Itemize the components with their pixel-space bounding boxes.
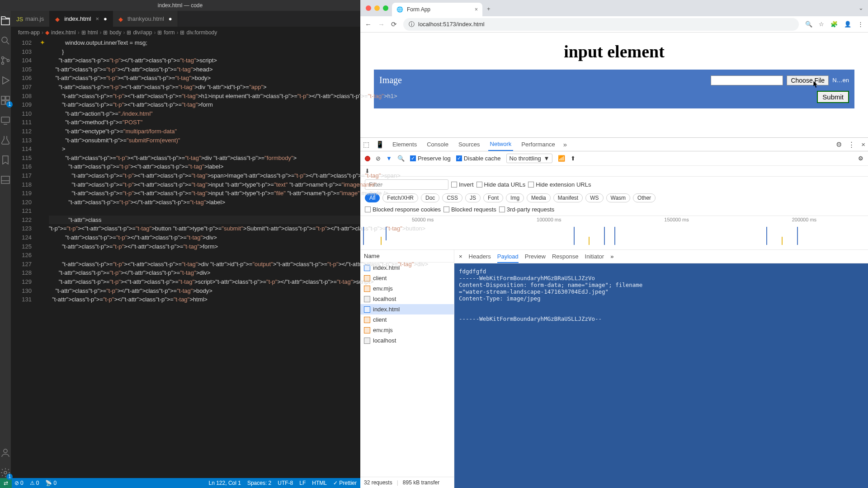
cursor-position[interactable]: Ln 122, Col 1	[209, 480, 241, 486]
extensions-icon[interactable]: 1	[0, 95, 11, 106]
explorer-icon[interactable]	[0, 15, 11, 26]
file-chosen-text: N…en	[832, 77, 849, 84]
search-icon[interactable]	[0, 35, 11, 46]
devtools-close-icon[interactable]: ×	[861, 141, 865, 148]
menu-icon[interactable]: ⋮	[858, 21, 863, 28]
vscode-window: index.html — code 1 1 JSmain.js ◆index.h…	[0, 0, 360, 488]
payload-content[interactable]: fdgdfgfd ------WebKitFormBoundaryhMGzBRa…	[454, 263, 868, 488]
tab-indexhtml[interactable]: ◆index.html×	[50, 11, 113, 27]
blocked-requests-checkbox[interactable]: Blocked requests	[443, 206, 496, 213]
svg-rect-4	[1, 96, 5, 100]
tab-console[interactable]: Console	[425, 138, 450, 150]
svg-rect-8	[1, 117, 9, 122]
address-bar[interactable]: ⓘ localhost:5173/index.html	[403, 18, 799, 31]
remote-icon[interactable]	[0, 115, 11, 126]
language[interactable]: HTML	[312, 480, 327, 486]
devtools-menu-icon[interactable]: ⋮	[848, 141, 855, 149]
close-detail-icon[interactable]: ×	[459, 253, 462, 260]
disable-cache-checkbox[interactable]: ✓Disable cache	[456, 155, 501, 162]
tab-mainjs[interactable]: JSmain.js	[11, 11, 50, 27]
submit-button[interactable]: Submit	[817, 91, 849, 103]
new-tab-button[interactable]: +	[482, 3, 495, 16]
hide-data-urls-checkbox[interactable]: Hide data URLs	[476, 181, 526, 188]
html-file-icon: ◆	[55, 16, 61, 22]
more-tabs-icon[interactable]: »	[563, 141, 567, 148]
close-window-icon[interactable]	[366, 5, 371, 11]
testing-icon[interactable]	[0, 135, 11, 145]
network-settings-icon[interactable]: ⚙	[858, 155, 863, 162]
tab-performance[interactable]: Performance	[519, 138, 557, 150]
code-editor[interactable]: 1021031041051061071081091101111121131141…	[11, 38, 428, 478]
filter-chip-css[interactable]: CSS	[442, 193, 462, 202]
network-toolbar: ⊘ ▼ 🔍 ✓Preserve log ✓Disable cache No th…	[360, 151, 868, 166]
preview-tab[interactable]: Preview	[525, 253, 546, 260]
imagename-input[interactable]	[711, 75, 783, 85]
back-button[interactable]: ←	[365, 20, 372, 28]
url-text: localhost:5173/index.html	[418, 21, 485, 28]
account-icon[interactable]	[0, 447, 11, 458]
tab-network[interactable]: Network	[488, 138, 514, 151]
devtools-tabs: ⬚ 📱 Elements Console Sources Network Per…	[360, 138, 868, 151]
activity-bar: 1 1	[0, 11, 11, 478]
zoom-icon[interactable]: 🔍	[805, 21, 812, 28]
thirdparty-checkbox[interactable]: 3rd-party requests	[499, 206, 555, 213]
form: Image Choose File N…en Submit	[374, 70, 854, 108]
throttling-select[interactable]: No throttling▼	[506, 154, 553, 163]
filter-chip-js[interactable]: JS	[465, 193, 481, 202]
status-bar: ⇄ ⊘ 0 ⚠ 0 📡 0 Ln 122, Col 1 Spaces: 2 UT…	[0, 478, 360, 488]
filter-chip-font[interactable]: Font	[483, 193, 503, 202]
extensions-icon[interactable]: 🧩	[830, 21, 838, 28]
filter-chip-manifest[interactable]: Manifest	[553, 193, 583, 202]
filter-chip-img[interactable]: Img	[506, 193, 524, 202]
encoding[interactable]: UTF-8	[278, 480, 293, 486]
profile-icon[interactable]: 👤	[844, 21, 851, 28]
minimize-window-icon[interactable]	[374, 5, 380, 11]
import-icon[interactable]: ⬆	[571, 155, 576, 162]
browser-tab[interactable]: 🌐 Form App ×	[392, 3, 482, 16]
filter-chip-other[interactable]: Other	[633, 193, 656, 202]
more-tabs-icon[interactable]: »	[610, 253, 613, 260]
settings-icon[interactable]: 1	[0, 467, 11, 478]
filter-chip-wasm[interactable]: Wasm	[606, 193, 631, 202]
tab-sources[interactable]: Sources	[457, 138, 482, 150]
payload-tab[interactable]: Payload	[497, 250, 519, 263]
bookmark-icon[interactable]: ☆	[819, 21, 824, 28]
forward-button[interactable]: →	[378, 20, 385, 28]
site-info-icon[interactable]: ⓘ	[409, 20, 415, 28]
reload-button[interactable]: ⟳	[391, 20, 397, 28]
network-timeline[interactable]: 50000 ms 100000 ms 150000 ms 200000 ms	[360, 216, 868, 250]
headers-tab[interactable]: Headers	[469, 253, 491, 260]
scm-icon[interactable]	[0, 55, 11, 66]
filter-chip-media[interactable]: Media	[527, 193, 551, 202]
response-tab[interactable]: Response	[552, 253, 579, 260]
devtools-settings-icon[interactable]: ⚙	[836, 141, 842, 149]
filter-chip-ws[interactable]: WS	[585, 193, 603, 202]
svg-rect-5	[6, 96, 9, 100]
warnings-count[interactable]: ⚠ 0	[30, 480, 39, 486]
errors-count[interactable]: ⊘ 0	[14, 480, 24, 486]
svg-rect-9	[1, 176, 9, 183]
ports-count[interactable]: 📡 0	[45, 480, 57, 486]
maximize-window-icon[interactable]	[383, 5, 388, 11]
close-tab-icon[interactable]: ×	[95, 15, 99, 22]
page-favicon: 🌐	[396, 6, 403, 13]
window-chevron-icon[interactable]: ⌄	[854, 3, 868, 16]
eol[interactable]: LF	[299, 480, 306, 486]
network-conditions-icon[interactable]: 📶	[558, 155, 565, 162]
js-file-icon: JS	[16, 16, 23, 22]
initiator-tab[interactable]: Initiator	[585, 253, 604, 260]
devtools: ⬚ 📱 Elements Console Sources Network Per…	[360, 137, 868, 488]
page-content: input element Image Choose File N…en Sub…	[360, 33, 868, 137]
svg-point-11	[4, 471, 7, 474]
invert-checkbox[interactable]: Invert	[451, 181, 474, 188]
formatter[interactable]: ✓ Prettier	[333, 480, 357, 486]
tab-thankyou[interactable]: ◆thankyou.html	[113, 11, 178, 27]
choose-file-button[interactable]: Choose File	[787, 75, 829, 85]
indent[interactable]: Spaces: 2	[247, 480, 271, 486]
hide-ext-urls-checkbox[interactable]: Hide extension URLs	[528, 181, 591, 188]
panel-icon[interactable]	[0, 174, 11, 185]
debug-icon[interactable]	[0, 75, 11, 86]
close-tab-icon[interactable]: ×	[475, 6, 478, 13]
bookmark-icon[interactable]	[0, 155, 11, 165]
svg-point-10	[4, 449, 7, 453]
